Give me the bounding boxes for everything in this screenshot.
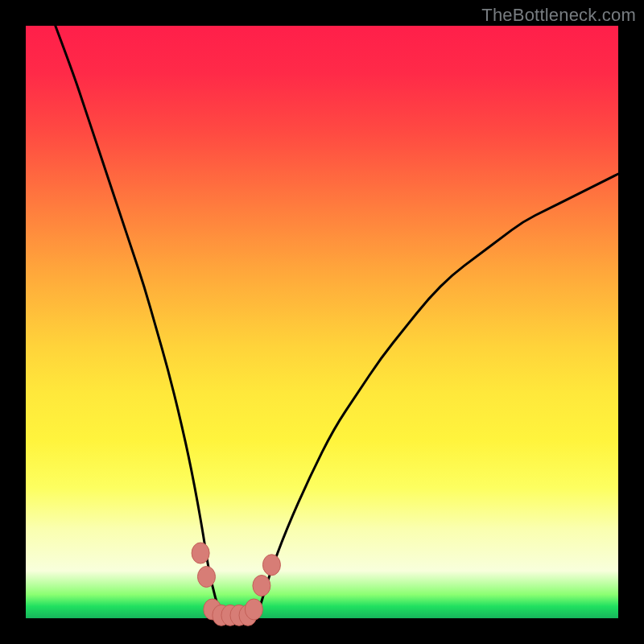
marker-group: [192, 543, 280, 625]
bottleneck-curve: [56, 26, 618, 618]
plot-area: [26, 26, 618, 618]
curve-marker: [197, 566, 215, 587]
curve-marker: [192, 543, 209, 564]
curve-marker: [253, 576, 270, 597]
curve-marker: [262, 555, 280, 576]
curve-marker: [245, 599, 262, 620]
chart-frame: TheBottleneck.com: [0, 0, 644, 644]
curve-layer: [26, 26, 618, 618]
watermark-text: TheBottleneck.com: [481, 5, 636, 26]
